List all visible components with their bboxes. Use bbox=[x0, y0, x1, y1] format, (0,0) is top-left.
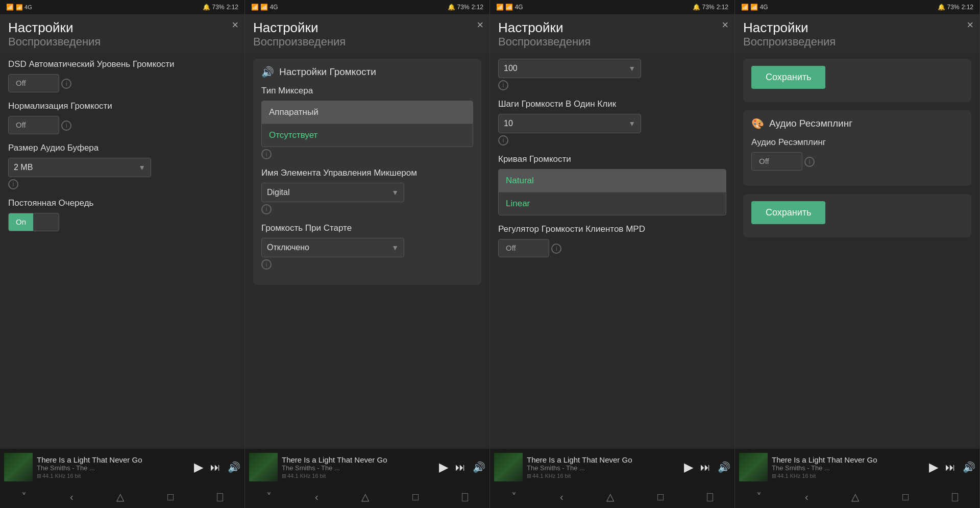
nav-recent-1[interactable]: ⎕ bbox=[217, 491, 223, 503]
mpd-volume-label: Регулятор Громкости Клиентов MPD bbox=[498, 224, 726, 235]
quality-icon-2: ⊞ bbox=[282, 473, 286, 479]
nav-back-4[interactable]: ‹ bbox=[805, 491, 808, 503]
volume-button-2[interactable]: 🔊 bbox=[473, 461, 485, 473]
play-button-1[interactable]: ▶ bbox=[194, 460, 203, 474]
nav-back-1[interactable]: ‹ bbox=[70, 491, 74, 503]
close-button-3[interactable]: × bbox=[722, 19, 728, 31]
dsd-toggle[interactable]: Off bbox=[8, 74, 59, 92]
nav-recent-2[interactable]: ⎕ bbox=[462, 491, 468, 503]
status-left-3: 📶 📶 4G bbox=[496, 4, 523, 11]
nav-home-3[interactable]: △ bbox=[606, 491, 614, 503]
nav-down-3[interactable]: ˅ bbox=[511, 491, 517, 503]
nav-square-1[interactable]: □ bbox=[167, 491, 174, 503]
bottom-save-button[interactable]: Сохранить bbox=[751, 201, 825, 224]
bottom-bar-2: ˅ ‹ △ □ ⎕ bbox=[245, 486, 489, 508]
volume-start-setting: Громкость При Старте Отключено ▼ i bbox=[261, 223, 473, 270]
dsd-toggle-off[interactable]: Off bbox=[9, 75, 33, 92]
resampling-info-icon[interactable]: i bbox=[804, 157, 815, 167]
top-save-button[interactable]: Сохранить bbox=[751, 66, 825, 89]
volume-start-dropdown[interactable]: Отключено ▼ bbox=[261, 238, 404, 257]
option-natural[interactable]: Natural bbox=[499, 170, 726, 192]
panel-2: 📶 📶 4G 🔔 73% 2:12 Настройки Воспроизведе… bbox=[245, 0, 490, 508]
setting-volume-curve: Кривая Громкости Natural Linear bbox=[498, 154, 726, 215]
setting-volume-steps: Шаги Громкости В Один Клик 10 ▼ i bbox=[498, 99, 726, 146]
queue-toggle-off[interactable] bbox=[33, 213, 47, 231]
close-button-2[interactable]: × bbox=[477, 19, 483, 31]
play-button-3[interactable]: ▶ bbox=[684, 460, 693, 474]
mpd-volume-toggle[interactable]: Off bbox=[498, 239, 549, 257]
nav-back-2[interactable]: ‹ bbox=[315, 491, 318, 503]
quality-badge-4: ⊞ 44.1 KHz 16 bit bbox=[772, 473, 925, 479]
normalization-toggle-off[interactable]: Off bbox=[9, 116, 33, 134]
queue-toggle-on[interactable]: On bbox=[9, 213, 33, 231]
resampling-toggle[interactable]: Off bbox=[751, 152, 802, 171]
signal-icon: 📶 bbox=[6, 4, 14, 11]
queue-toggle[interactable]: On bbox=[8, 213, 59, 231]
volume-steps-info[interactable]: i bbox=[498, 135, 508, 146]
nav-down-1[interactable]: ˅ bbox=[21, 491, 27, 503]
notification-icon-4: 🔔 bbox=[938, 4, 945, 11]
now-playing-3: There Is a Light That Never Go The Smith… bbox=[490, 449, 734, 486]
panel-1: 📶 📶 4G 🔔 73% 2:12 Настройки Воспроизведе… bbox=[0, 0, 245, 508]
mixer-control-arrow: ▼ bbox=[391, 188, 399, 197]
nav-square-2[interactable]: □ bbox=[412, 491, 419, 503]
buffer-info-icon[interactable]: i bbox=[8, 179, 18, 189]
resampling-toggle-off[interactable]: Off bbox=[752, 153, 776, 170]
volume-steps-arrow: ▼ bbox=[628, 119, 635, 128]
mixer-control-info[interactable]: i bbox=[261, 204, 272, 214]
volume-button-3[interactable]: 🔊 bbox=[718, 461, 730, 473]
nav-home-2[interactable]: △ bbox=[361, 491, 369, 503]
player-controls-4: ▶ ⏭ 🔊 bbox=[929, 460, 975, 474]
album-art-3 bbox=[494, 453, 523, 481]
battery-level-2: 73% bbox=[457, 4, 470, 11]
album-art-image-1 bbox=[4, 453, 33, 481]
mixer-info-icon[interactable]: i bbox=[261, 149, 272, 159]
mixer-type-options: Аппаратный Отсутствует bbox=[261, 101, 473, 147]
next-button-1[interactable]: ⏭ bbox=[210, 462, 220, 473]
mixer-control-dropdown[interactable]: Digital ▼ bbox=[261, 183, 404, 202]
mixer-type-label: Тип Миксера bbox=[261, 85, 473, 96]
nav-home-1[interactable]: △ bbox=[116, 491, 124, 503]
nav-down-4[interactable]: ˅ bbox=[756, 491, 762, 503]
close-button-4[interactable]: × bbox=[967, 19, 973, 31]
next-button-4[interactable]: ⏭ bbox=[945, 462, 955, 473]
resampling-setting: Аудио Ресэмплинг Off i bbox=[751, 137, 963, 171]
nav-square-4[interactable]: □ bbox=[902, 491, 909, 503]
nav-square-3[interactable]: □ bbox=[657, 491, 664, 503]
quality-badge-1: ⊞ 44.1 KHz 16 bit bbox=[37, 473, 190, 479]
nav-recent-3[interactable]: ⎕ bbox=[707, 491, 713, 503]
volume-section-icon: 🔊 bbox=[261, 66, 274, 78]
mpd-toggle-off[interactable]: Off bbox=[499, 239, 523, 257]
normalization-info-icon[interactable]: i bbox=[61, 120, 71, 131]
dsd-info-icon[interactable]: i bbox=[61, 79, 71, 89]
volume-100-info[interactable]: i bbox=[498, 80, 508, 90]
track-artist-2: The Smiths - The ... bbox=[282, 464, 435, 472]
panel-4: 📶 📶 4G 🔔 73% 2:12 Настройки Воспроизведе… bbox=[735, 0, 980, 508]
panel-title-3: Настройки bbox=[498, 20, 726, 35]
nav-home-4[interactable]: △ bbox=[851, 491, 859, 503]
next-button-3[interactable]: ⏭ bbox=[700, 462, 710, 473]
play-button-2[interactable]: ▶ bbox=[439, 460, 448, 474]
next-button-2[interactable]: ⏭ bbox=[455, 462, 465, 473]
panel-subtitle-3: Воспроизведения bbox=[498, 35, 726, 49]
volume-steps-dropdown[interactable]: 10 ▼ bbox=[498, 114, 641, 133]
nav-recent-4[interactable]: ⎕ bbox=[952, 491, 958, 503]
normalization-toggle[interactable]: Off bbox=[8, 116, 59, 134]
play-button-4[interactable]: ▶ bbox=[929, 460, 938, 474]
option-hardware[interactable]: Аппаратный bbox=[262, 101, 473, 124]
track-info-3: There Is a Light That Never Go The Smith… bbox=[527, 455, 680, 479]
nav-back-3[interactable]: ‹ bbox=[560, 491, 564, 503]
volume-button-1[interactable]: 🔊 bbox=[228, 461, 240, 473]
mixer-control-label: Имя Элемента Управления Микшером bbox=[261, 167, 473, 179]
buffer-dropdown[interactable]: 2 MB ▼ bbox=[8, 158, 151, 177]
mpd-info-icon[interactable]: i bbox=[551, 244, 561, 254]
option-none[interactable]: Отсутствует bbox=[262, 124, 473, 147]
volume-button-4[interactable]: 🔊 bbox=[963, 461, 975, 473]
volume-start-info[interactable]: i bbox=[261, 259, 272, 270]
nav-down-2[interactable]: ˅ bbox=[266, 491, 272, 503]
close-button-1[interactable]: × bbox=[232, 19, 238, 31]
volume-100-dropdown[interactable]: 100 ▼ bbox=[498, 59, 641, 78]
setting-buffer: Размер Аудио Буфера 2 MB ▼ i bbox=[8, 142, 236, 189]
option-linear[interactable]: Linear bbox=[499, 192, 726, 215]
status-right-2: 🔔 73% 2:12 bbox=[448, 4, 483, 11]
